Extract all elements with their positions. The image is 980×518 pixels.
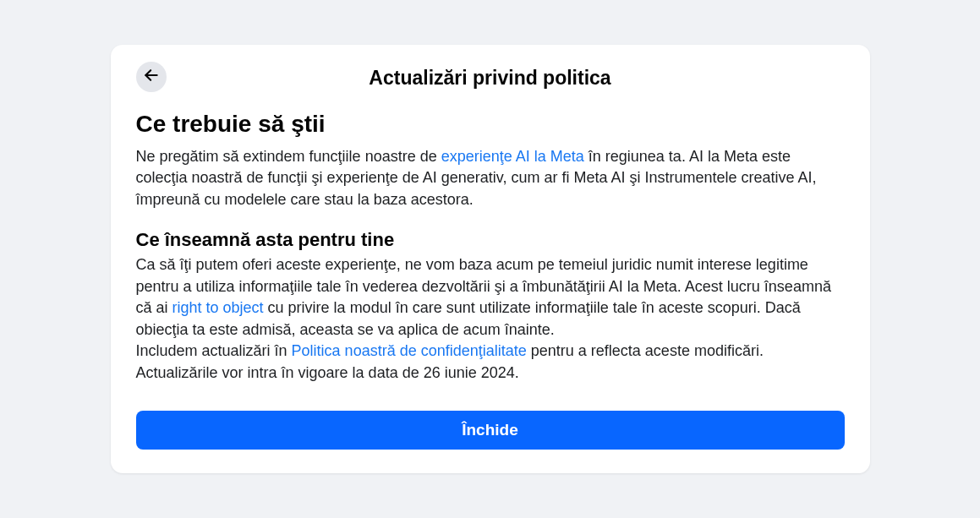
- text-segment: Ne pregătim să extindem funcţiile noastr…: [136, 148, 441, 165]
- policy-update-dialog: Actualizări privind politica Ce trebuie …: [111, 45, 870, 474]
- link-privacy-policy[interactable]: Politica noastră de confidenţialitate: [292, 342, 527, 359]
- close-button[interactable]: Închide: [136, 411, 845, 450]
- paragraph-1: Ne pregătim să extindem funcţiile noastr…: [136, 146, 845, 211]
- dialog-title: Actualizări privind politica: [369, 67, 610, 90]
- heading-what-you-need-to-know: Ce trebuie să ştii: [136, 111, 845, 138]
- back-button[interactable]: [136, 62, 167, 92]
- link-ai-experiences[interactable]: experienţe AI la Meta: [441, 148, 584, 165]
- text-segment: Includem actualizări în: [136, 342, 292, 359]
- dialog-header: Actualizări privind politica: [136, 62, 845, 95]
- link-right-to-object[interactable]: right to object: [172, 299, 264, 316]
- paragraph-2: Ca să îţi putem oferi aceste experienţe,…: [136, 254, 845, 341]
- heading-what-this-means: Ce înseamnă asta pentru tine: [136, 229, 845, 251]
- arrow-left-icon: [143, 67, 160, 86]
- paragraph-3: Includem actualizări în Politica noastră…: [136, 341, 845, 384]
